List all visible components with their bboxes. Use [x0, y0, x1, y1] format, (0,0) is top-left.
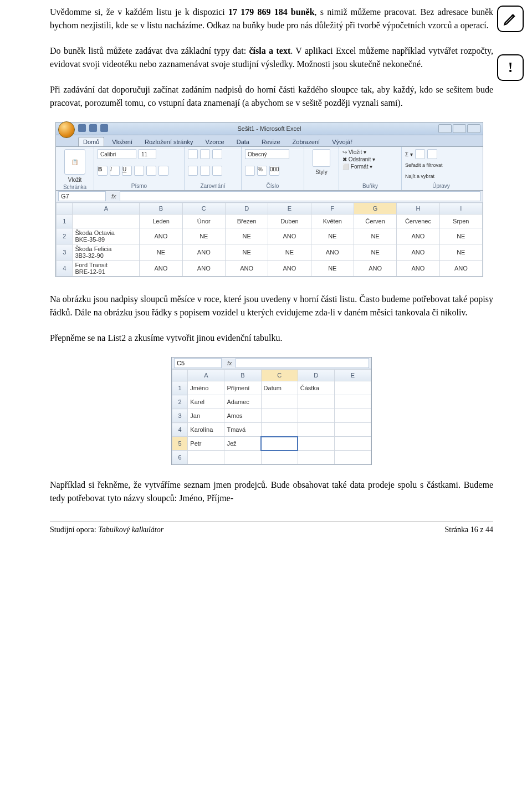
- cell: NE: [182, 228, 225, 244]
- tab-vyvojar: Vývojář: [328, 137, 357, 146]
- excel-screenshot-1: Sešit1 - Microsoft Excel Domů Vložení Ro…: [55, 122, 483, 277]
- col-header-c2: C: [261, 370, 298, 381]
- paragraph-5: Přepněme se na List2 a zkusíme vytvořit …: [50, 331, 493, 345]
- cell: ANO: [311, 244, 354, 261]
- cell: Ford TransitBRE-12-91: [73, 261, 140, 277]
- office-button-icon: [58, 121, 75, 138]
- cell: Petr: [188, 437, 224, 451]
- tab-data: Data: [232, 137, 254, 146]
- tab-revize: Revize: [257, 137, 285, 146]
- cell: ANO: [397, 261, 439, 277]
- underline-icon: U: [122, 166, 132, 176]
- footer-right: Stránka 16 z 44: [445, 525, 493, 534]
- row-header-2: 2: [57, 228, 73, 244]
- cell: Částka: [298, 381, 334, 395]
- row-header-s1: 1: [172, 381, 188, 395]
- percent-icon: %: [257, 166, 267, 176]
- styles-label: Styly: [315, 169, 328, 175]
- group-editing: Úpravy: [405, 183, 477, 189]
- maximize-button: [453, 124, 466, 133]
- paste-label: Vložit: [68, 177, 81, 183]
- ribbon: 📋 Vložit Schránka Calibri 11 B I U: [56, 147, 483, 191]
- currency-icon: [245, 166, 255, 176]
- group-font: Písmo: [98, 183, 181, 189]
- indent-dec-icon: [188, 166, 198, 176]
- styles-icon: [313, 149, 330, 167]
- italic-icon: I: [110, 166, 120, 176]
- cell: NE: [311, 261, 354, 277]
- fill-icon: [415, 149, 425, 159]
- cell: Červenec: [397, 215, 439, 228]
- group-align: Zarovnání: [188, 183, 238, 189]
- cell: ANO: [268, 261, 311, 277]
- p1b: 17 179 869 184 buněk: [228, 7, 315, 17]
- cell: Příjmení: [224, 381, 261, 395]
- col-header-b: B: [140, 203, 182, 215]
- indent-inc-icon: [200, 166, 210, 176]
- col-header-b2: B: [224, 370, 261, 381]
- ribbon-tabs: Domů Vložení Rozložení stránky Vzorce Da…: [56, 135, 483, 147]
- selected-cell: [261, 437, 298, 451]
- cell: ANO: [182, 261, 225, 277]
- col-header-h: H: [397, 203, 439, 215]
- name-box-2: C5: [174, 358, 222, 368]
- cell: NE: [225, 244, 268, 261]
- delete-label: ✖ Odstranit ▾: [342, 156, 375, 162]
- bold-icon: B: [98, 166, 108, 176]
- cell: ANO: [182, 244, 225, 261]
- paragraph-3: Při zadávání dat doporučuji začínat zadá…: [50, 83, 493, 110]
- p2a: Do buněk listů můžete zadávat dva základ…: [50, 46, 249, 55]
- sort-filter-label: Seřadit a filtrovat: [405, 162, 443, 168]
- row-header-4: 4: [57, 261, 73, 277]
- footer-left: Studijní opora: Tabulkový kalkulátor: [50, 525, 163, 534]
- row-header-s4: 4: [172, 423, 188, 437]
- col-header-i: I: [439, 203, 482, 215]
- col-header-a2: A: [188, 370, 224, 381]
- quick-access-toolbar: [78, 124, 108, 132]
- cell: NE: [354, 228, 396, 244]
- cell: Tmavá: [224, 423, 261, 437]
- page-footer: Studijní opora: Tabulkový kalkulátor Str…: [50, 522, 493, 538]
- cell: ANO: [140, 261, 182, 277]
- paragraph-1: Uvědomme si, že v každém listu je k disp…: [50, 6, 493, 32]
- row-header-1: 1: [57, 215, 73, 228]
- paragraph-2: Do buněk listů můžete zadávat dva základ…: [50, 44, 493, 71]
- wrap-icon: [212, 166, 222, 176]
- cell: Škoda Felicia3B3-32-90: [73, 244, 140, 261]
- font-size-box: 11: [139, 149, 156, 159]
- tab-domu: Domů: [78, 137, 104, 146]
- number-format-box: Obecný: [245, 149, 289, 159]
- cell: ANO: [397, 244, 439, 261]
- note-pencil-icon: [497, 6, 524, 32]
- col-header-d: D: [225, 203, 268, 215]
- note-exclamation-icon: !: [497, 54, 524, 81]
- col-header-a: A: [73, 203, 140, 215]
- col-header-c: C: [182, 203, 225, 215]
- align-right-icon: [212, 149, 222, 159]
- font-name-box: Calibri: [98, 149, 136, 159]
- excel-screenshot-2: C5 fx A B C D E 1 Jméno Příjmení Datum Č…: [171, 357, 372, 465]
- tab-zobrazeni: Zobrazení: [288, 137, 325, 146]
- name-box: G7: [58, 191, 106, 201]
- fx-icon: fx: [111, 193, 116, 200]
- paragraph-6: Například si řekněme, že vytváříme sezna…: [50, 478, 493, 505]
- paste-icon: 📋: [64, 149, 85, 175]
- group-number: Číslo: [245, 183, 300, 189]
- cell: ANO: [354, 261, 396, 277]
- cell: Červen: [354, 215, 396, 228]
- cell: ANO: [268, 228, 311, 244]
- row-header-s2: 2: [172, 395, 188, 409]
- cell: Únor: [182, 215, 225, 228]
- save-icon: [78, 124, 86, 132]
- find-select-label: Najít a vybrat: [405, 173, 434, 179]
- border-icon: [134, 166, 144, 176]
- cell: Květen: [311, 215, 354, 228]
- cell: Srpen: [439, 215, 482, 228]
- close-button: [467, 124, 480, 133]
- col-header-f: F: [311, 203, 354, 215]
- row-header-s5: 5: [172, 437, 188, 451]
- cell: ANO: [439, 261, 482, 277]
- row-header-s3: 3: [172, 409, 188, 423]
- tab-vzorce: Vzorce: [201, 137, 228, 146]
- cell: Duben: [268, 215, 311, 228]
